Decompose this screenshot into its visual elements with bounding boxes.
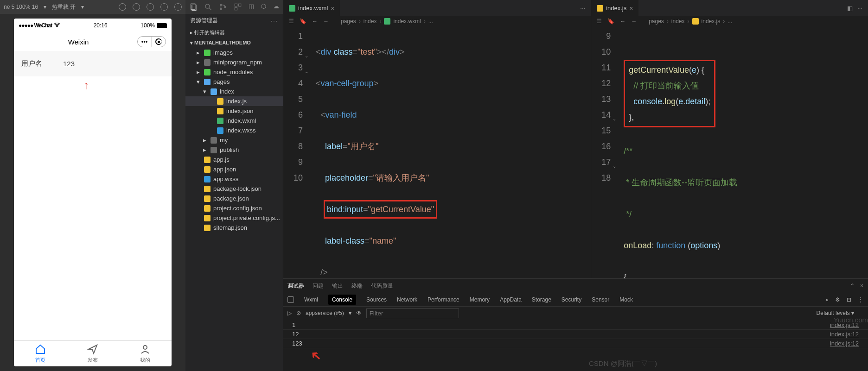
close-icon[interactable]: × bbox=[629, 5, 633, 12]
console-tab[interactable]: Network bbox=[397, 296, 417, 303]
tree-item[interactable]: ▸images bbox=[185, 48, 283, 57]
console-line[interactable]: 123index.js:12 bbox=[283, 339, 868, 348]
panel-tab-debugger[interactable]: 调试器 bbox=[287, 282, 304, 290]
breadcrumb[interactable]: ☰ 🔖 ← → pages› index› index.wxml› ... bbox=[283, 16, 591, 26]
console-tab[interactable]: Wxml bbox=[304, 296, 318, 303]
chevron-down-icon[interactable]: ▾ bbox=[44, 4, 46, 10]
panel-tab-terminal[interactable]: 终端 bbox=[351, 282, 363, 290]
list-icon[interactable]: ☰ bbox=[289, 18, 294, 25]
tab-home[interactable]: 首页 bbox=[14, 344, 66, 364]
clear-icon[interactable]: ⊘ bbox=[296, 310, 301, 316]
tree-item[interactable]: project.private.config.js... bbox=[185, 213, 283, 223]
code-area[interactable]: 91011121314⌄151617⌄18 getCurrentValue(e)… bbox=[591, 26, 868, 278]
target-icon[interactable] bbox=[152, 37, 166, 47]
tree-item[interactable]: index.js bbox=[185, 96, 283, 106]
toolbar-icon[interactable] bbox=[160, 3, 168, 11]
console-tab[interactable]: Security bbox=[562, 296, 581, 303]
play-icon[interactable]: ▷ bbox=[287, 310, 292, 316]
bookmark-icon[interactable]: 🔖 bbox=[300, 18, 306, 25]
more-icon[interactable]: ⋮ bbox=[858, 296, 863, 303]
chevron-up-icon[interactable]: ⌃ bbox=[850, 283, 855, 289]
extensions-icon[interactable] bbox=[234, 3, 242, 11]
toolbar-icon[interactable] bbox=[174, 3, 182, 11]
console-line[interactable]: 1index.js:12 bbox=[283, 321, 868, 330]
hot-reload-toggle[interactable]: 热重载 开 bbox=[52, 3, 76, 11]
ext-icon[interactable]: ⬡ bbox=[261, 3, 267, 11]
tree-item[interactable]: index.json bbox=[185, 106, 283, 116]
panel-tab-quality[interactable]: 代码质量 bbox=[371, 282, 393, 290]
toolbar-icon[interactable] bbox=[133, 3, 140, 11]
filter-input[interactable] bbox=[366, 308, 459, 318]
tree-item[interactable]: ▸my bbox=[185, 135, 283, 145]
panel-tab-problems[interactable]: 问题 bbox=[313, 282, 324, 290]
chevron-icon[interactable]: » bbox=[825, 296, 829, 303]
console-source-link[interactable]: index.js:12 bbox=[830, 340, 859, 347]
console-tab[interactable]: Console bbox=[328, 295, 356, 305]
forward-icon[interactable]: → bbox=[323, 18, 329, 25]
tab-mine[interactable]: 我的 bbox=[119, 344, 172, 364]
git-icon[interactable] bbox=[219, 3, 227, 11]
console-tab[interactable]: Storage bbox=[532, 296, 551, 303]
tree-item[interactable]: sitemap.json bbox=[185, 223, 283, 233]
console-tab[interactable]: Performance bbox=[428, 296, 460, 303]
tree-item[interactable]: ▸node_modules bbox=[185, 67, 283, 77]
tab-index-js[interactable]: index.js × bbox=[591, 0, 638, 16]
search-icon[interactable] bbox=[204, 3, 212, 11]
back-icon[interactable]: ← bbox=[620, 18, 625, 25]
context-select[interactable]: appservice (#5) bbox=[306, 310, 344, 316]
console-source-link[interactable]: index.js:12 bbox=[830, 331, 859, 338]
chevron-down-icon[interactable]: ▾ bbox=[81, 4, 84, 10]
tree-item[interactable]: ▸miniprogram_npm bbox=[185, 57, 283, 67]
more-icon[interactable]: ··· bbox=[857, 5, 862, 12]
tree-item[interactable]: package.json bbox=[185, 194, 283, 203]
more-icon[interactable]: ••• bbox=[138, 37, 152, 47]
tree-item[interactable]: package-lock.json bbox=[185, 184, 283, 194]
inspect-icon[interactable] bbox=[287, 296, 294, 303]
tree-item[interactable]: ▸publish bbox=[185, 145, 283, 155]
project-root[interactable]: ▾ MENTALHEALTHDEMO bbox=[185, 38, 283, 48]
console-output[interactable]: 1index.js:1212index.js:12123index.js:12➔ bbox=[283, 320, 868, 371]
levels-select[interactable]: Default levels ▾ bbox=[817, 310, 854, 316]
tab-index-wxml[interactable]: index.wxml × bbox=[283, 0, 340, 16]
panel-tab-output[interactable]: 输出 bbox=[332, 282, 343, 290]
eye-icon[interactable]: 👁 bbox=[356, 310, 362, 316]
files-icon[interactable] bbox=[189, 3, 198, 11]
list-icon[interactable]: ☰ bbox=[597, 18, 602, 25]
more-icon[interactable]: ··· bbox=[580, 5, 585, 12]
console-tab[interactable]: Mock bbox=[619, 296, 633, 303]
console-tab[interactable]: AppData bbox=[500, 296, 522, 303]
ext-icon[interactable]: ☁ bbox=[273, 3, 279, 11]
gear-icon[interactable]: ⚙ bbox=[835, 296, 840, 303]
tree-item[interactable]: ▾index bbox=[185, 87, 283, 96]
tree-item[interactable]: app.js bbox=[185, 155, 283, 164]
back-icon[interactable]: ← bbox=[312, 18, 318, 25]
close-icon[interactable]: × bbox=[860, 283, 863, 289]
tab-publish[interactable]: 发布 bbox=[66, 344, 119, 364]
split-icon[interactable]: ◧ bbox=[847, 5, 853, 12]
forward-icon[interactable]: → bbox=[631, 18, 637, 25]
toolbar-icon[interactable] bbox=[119, 3, 126, 11]
tree-item[interactable]: project.config.json bbox=[185, 203, 283, 213]
tree-item[interactable]: index.wxml bbox=[185, 116, 283, 126]
close-icon[interactable]: × bbox=[331, 5, 334, 12]
console-line[interactable]: 12index.js:12 bbox=[283, 330, 868, 339]
username-field[interactable]: 用户名 123 bbox=[14, 51, 172, 76]
capsule-menu[interactable]: ••• bbox=[137, 36, 166, 47]
dock-icon[interactable]: ⊡ bbox=[847, 296, 851, 303]
tree-item[interactable]: index.wxss bbox=[185, 126, 283, 135]
console-tab[interactable]: Sources bbox=[366, 296, 387, 303]
console-tab[interactable]: Sensor bbox=[592, 296, 609, 303]
code-area[interactable]: 12⌄3⌄45678910 <div class="test"></div> <… bbox=[283, 26, 591, 278]
more-icon[interactable]: ··· bbox=[271, 18, 278, 24]
toolbar-icon[interactable] bbox=[147, 3, 154, 11]
svg-point-7 bbox=[224, 6, 226, 8]
tree-item[interactable]: app.json bbox=[185, 164, 283, 174]
ext-icon[interactable]: ◫ bbox=[249, 3, 255, 11]
breadcrumb[interactable]: ☰ 🔖 ← → pages› index› index.js› ... bbox=[591, 16, 868, 26]
chevron-down-icon[interactable]: ▾ bbox=[349, 310, 351, 316]
open-editors-section[interactable]: ▸ 打开的编辑器 bbox=[185, 27, 283, 38]
tree-item[interactable]: app.wxss bbox=[185, 174, 283, 184]
bookmark-icon[interactable]: 🔖 bbox=[607, 18, 614, 25]
tree-item[interactable]: ▾pages bbox=[185, 77, 283, 87]
console-tab[interactable]: Memory bbox=[470, 296, 490, 303]
